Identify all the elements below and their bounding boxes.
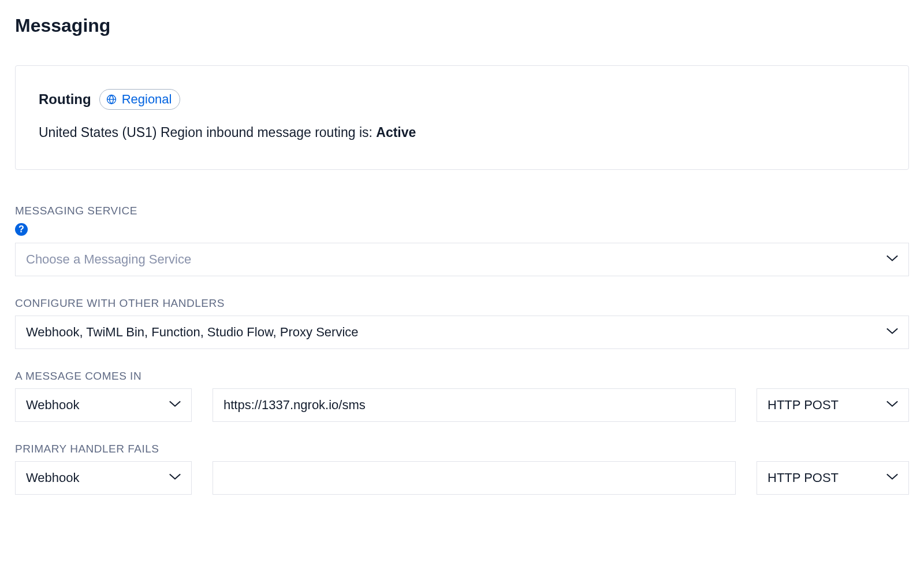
primary-handler-fails-handler-value: Webhook (26, 470, 80, 485)
other-handlers-select[interactable]: Webhook, TwiML Bin, Function, Studio Flo… (15, 316, 909, 349)
primary-handler-fails-method-select[interactable]: HTTP POST (757, 461, 909, 495)
message-comes-in-label: A MESSAGE COMES IN (15, 370, 909, 383)
other-handlers-value: Webhook, TwiML Bin, Function, Studio Flo… (26, 325, 359, 340)
message-comes-in-handler-value: Webhook (26, 398, 80, 413)
messaging-service-select[interactable]: Choose a Messaging Service (15, 243, 909, 276)
other-handlers-group: CONFIGURE WITH OTHER HANDLERS Webhook, T… (15, 297, 909, 349)
help-icon[interactable]: ? (15, 223, 28, 236)
regional-badge[interactable]: Regional (99, 89, 181, 110)
routing-card: Routing Regional United States (US1) Reg… (15, 65, 909, 170)
globe-icon (106, 94, 117, 105)
messaging-service-label: MESSAGING SERVICE (15, 205, 909, 217)
message-comes-in-url-input[interactable] (213, 388, 736, 422)
message-comes-in-group: A MESSAGE COMES IN Webhook HTTP POST (15, 370, 909, 422)
primary-handler-fails-handler-select[interactable]: Webhook (15, 461, 192, 495)
primary-handler-fails-method-value: HTTP POST (767, 470, 839, 485)
regional-badge-label: Regional (122, 92, 172, 107)
routing-status: United States (US1) Region inbound messa… (39, 125, 885, 140)
routing-section-title: Routing (39, 91, 91, 107)
message-comes-in-method-select[interactable]: HTTP POST (757, 388, 909, 422)
routing-header: Routing Regional (39, 89, 885, 110)
routing-status-prefix: United States (US1) Region inbound messa… (39, 125, 376, 140)
messaging-service-placeholder: Choose a Messaging Service (26, 252, 191, 267)
message-comes-in-method-value: HTTP POST (767, 398, 839, 413)
primary-handler-fails-group: PRIMARY HANDLER FAILS Webhook HTTP POST (15, 443, 909, 495)
primary-handler-fails-label: PRIMARY HANDLER FAILS (15, 443, 909, 455)
message-comes-in-handler-select[interactable]: Webhook (15, 388, 192, 422)
other-handlers-label: CONFIGURE WITH OTHER HANDLERS (15, 297, 909, 310)
routing-status-value: Active (376, 125, 416, 140)
primary-handler-fails-url-input[interactable] (213, 461, 736, 495)
messaging-service-group: MESSAGING SERVICE ? Choose a Messaging S… (15, 205, 909, 276)
page-title: Messaging (15, 15, 909, 36)
